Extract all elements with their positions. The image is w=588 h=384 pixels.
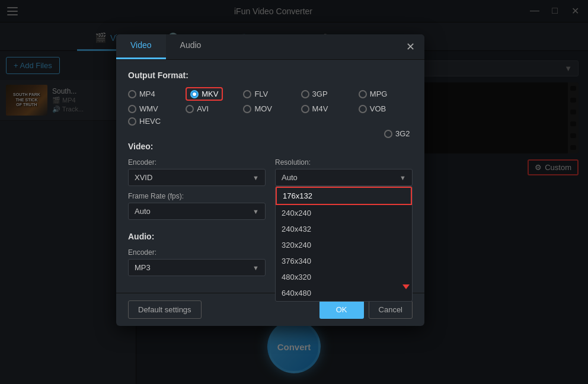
format-3gp[interactable]: 3GP [301, 87, 355, 101]
avi-label: AVI [197, 104, 209, 113]
dialog-close-button[interactable]: ✕ [397, 34, 424, 59]
format-3g2-vis[interactable]: 3G2 [384, 129, 410, 138]
dialog-tab-audio[interactable]: Audio [166, 34, 216, 59]
format-vob[interactable]: VOB [359, 104, 413, 113]
mkv-label: MKV [202, 89, 218, 98]
resolution-176x132[interactable]: 176x132 [276, 187, 412, 205]
resolution-list: 176x132 240x240 240x432 320x240 376x340 … [275, 186, 413, 302]
format-mkv[interactable]: MKV [186, 87, 239, 101]
format-avi[interactable]: AVI [186, 104, 239, 113]
format-hevc[interactable]: HEVC [128, 117, 182, 126]
mov-radio [243, 105, 251, 113]
resolution-value: Auto [282, 173, 298, 182]
mp4-label: MP4 [139, 89, 155, 98]
cancel-button[interactable]: Cancel [369, 300, 413, 319]
frame-rate-value: Auto [135, 207, 151, 216]
encoder-arrow-icon: ▼ [253, 174, 259, 181]
resolution-480x320[interactable]: 480x320 [276, 269, 412, 285]
format-flv[interactable]: FLV [243, 87, 297, 101]
format-mov[interactable]: MOV [243, 104, 297, 113]
mkv-radio [190, 90, 199, 98]
video-settings: Encoder: XVID ▼ Frame Rate (fps): Auto ▼… [128, 158, 413, 226]
m4v-radio [301, 105, 309, 113]
dialog-body: Output Format: MP4 MKV FLV [116, 60, 424, 293]
resolution-320x240[interactable]: 320x240 [276, 237, 412, 253]
resolution-376x340[interactable]: 376x340 [276, 253, 412, 269]
dialog-tabs: Video Audio ✕ [116, 34, 424, 60]
wmv-label: WMV [139, 104, 158, 113]
encoder-select[interactable]: XVID ▼ [128, 169, 266, 186]
audio-encoder-value: MP3 [135, 263, 151, 272]
default-settings-button[interactable]: Default settings [128, 300, 202, 319]
mov-label: MOV [254, 104, 272, 113]
frame-rate-arrow-icon: ▼ [253, 208, 259, 215]
mkv-highlight: MKV [186, 87, 223, 101]
scroll-indicator [402, 284, 410, 289]
3g2-label: 3G2 [395, 129, 410, 138]
vob-label: VOB [370, 104, 386, 113]
resolution-select[interactable]: Auto ▼ [275, 169, 413, 186]
mp4-radio [128, 90, 136, 98]
output-format-section-title: Output Format: [128, 71, 413, 80]
avi-radio [186, 105, 194, 113]
audio-encoder-label: Encoder: [128, 248, 266, 257]
format-mp4[interactable]: MP4 [128, 87, 182, 101]
resolution-dropdown: Auto ▼ 176x132 240x240 240x432 320x240 3… [275, 169, 413, 186]
m4v-label: M4V [312, 104, 328, 113]
ok-button[interactable]: OK [319, 300, 364, 319]
encoder-label: Encoder: [128, 158, 266, 167]
3gp-label: 3GP [312, 89, 328, 98]
format-options: MP4 MKV FLV 3GP MP [128, 87, 413, 126]
encoder-value: XVID [135, 173, 152, 182]
dialog-overlay: Video Audio ✕ Output Format: MP4 MKV [0, 0, 588, 384]
3g2-radio [384, 130, 392, 138]
format-m4v[interactable]: M4V [301, 104, 355, 113]
resolution-arrow-icon: ▼ [400, 174, 406, 181]
video-section-title: Video: [128, 142, 413, 151]
wmv-radio [128, 105, 136, 113]
audio-encoder-col: Encoder: MP3 ▼ [128, 248, 266, 282]
hevc-label: HEVC [139, 117, 161, 126]
flv-radio [243, 90, 251, 98]
hevc-radio [128, 117, 136, 126]
mpg-label: MPG [370, 89, 388, 98]
resolution-640x480[interactable]: 640x480 [276, 285, 412, 301]
frame-rate-select[interactable]: Auto ▼ [128, 203, 266, 220]
audio-encoder-arrow-icon: ▼ [253, 264, 259, 271]
frame-rate-label: Frame Rate (fps): [128, 192, 266, 200]
3gp-radio [301, 90, 309, 98]
scroll-down-icon [402, 284, 410, 289]
dialog-tab-video[interactable]: Video [116, 34, 166, 59]
audio-encoder-select[interactable]: MP3 ▼ [128, 259, 266, 276]
resolution-label: Resolution: [275, 158, 413, 167]
resolution-240x432[interactable]: 240x432 [276, 221, 412, 237]
resolution-240x240[interactable]: 240x240 [276, 205, 412, 221]
settings-dialog: Video Audio ✕ Output Format: MP4 MKV [116, 34, 424, 326]
resolution-col: Resolution: Auto ▼ 176x132 240x240 240x4… [275, 158, 413, 226]
format-mpg[interactable]: MPG [359, 87, 413, 101]
vob-radio [359, 105, 367, 113]
mpg-radio [359, 90, 367, 98]
encoder-col: Encoder: XVID ▼ Frame Rate (fps): Auto ▼ [128, 158, 266, 226]
format-wmv[interactable]: WMV [128, 104, 182, 113]
flv-label: FLV [254, 89, 268, 98]
